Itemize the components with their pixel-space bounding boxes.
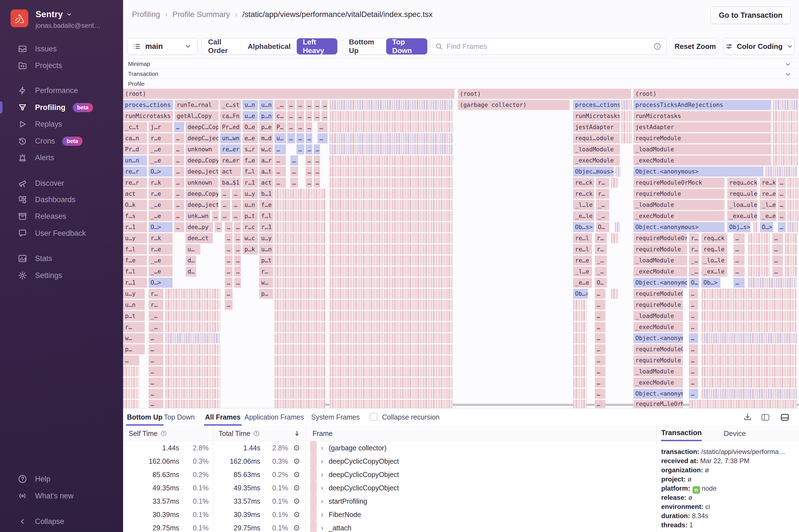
flame-frame[interactable]: … bbox=[314, 100, 320, 110]
flame-frame[interactable]: … bbox=[212, 211, 219, 221]
sidebar-item-issues[interactable]: Issues bbox=[0, 40, 123, 57]
flame-frames-dense[interactable] bbox=[615, 167, 620, 176]
flame-frame[interactable]: … bbox=[595, 389, 606, 399]
flame-frame[interactable]: … bbox=[149, 400, 163, 408]
flame-frame[interactable]: … bbox=[296, 111, 304, 121]
flame-frame[interactable]: _…e bbox=[149, 200, 172, 210]
flame-frame[interactable]: r…1 bbox=[243, 178, 258, 188]
flame-frame[interactable]: … bbox=[595, 311, 606, 321]
flame-frame[interactable]: u…y bbox=[123, 289, 145, 299]
flame-frames-dense[interactable] bbox=[330, 333, 453, 343]
flame-frame[interactable]: … bbox=[733, 233, 745, 243]
flame-frames-dense[interactable] bbox=[330, 145, 453, 154]
flame-frame[interactable]: requireModule bbox=[633, 189, 725, 199]
flame-frame[interactable]: a…t bbox=[259, 167, 273, 176]
flame-frame[interactable]: … bbox=[296, 133, 304, 143]
flame-frame[interactable]: Obj…s> bbox=[727, 222, 750, 232]
gear-icon[interactable]: ⚙ bbox=[293, 495, 300, 508]
flame-frames-dense[interactable] bbox=[275, 366, 325, 377]
tab-system-frames[interactable]: System Frames bbox=[311, 408, 360, 426]
flame-frames-dense[interactable] bbox=[621, 111, 632, 121]
chevron-right-icon[interactable]: › bbox=[321, 481, 323, 495]
flame-frame[interactable]: … bbox=[733, 267, 745, 277]
flame-frames-dense[interactable] bbox=[785, 244, 797, 254]
flame-frame[interactable]: … bbox=[595, 322, 606, 332]
flame-frame[interactable]: r… bbox=[595, 244, 607, 254]
flame-frame[interactable]: … bbox=[689, 344, 698, 354]
gear-icon[interactable]: ⚙ bbox=[293, 441, 300, 455]
flame-frames-dense[interactable] bbox=[330, 200, 453, 210]
flame-frame[interactable]: r… bbox=[123, 322, 145, 332]
section-header-minimap[interactable]: Minimap bbox=[123, 59, 799, 69]
flame-frame[interactable]: _… bbox=[149, 322, 163, 332]
flame-frame[interactable]: r… bbox=[596, 178, 609, 188]
flame-frame[interactable]: p…t bbox=[243, 211, 258, 221]
flame-frame[interactable]: … bbox=[232, 189, 241, 199]
flame-frame[interactable]: p…k bbox=[243, 244, 258, 254]
flame-frame[interactable]: requireModule bbox=[633, 300, 683, 310]
flame-frame[interactable]: … bbox=[778, 178, 786, 188]
flame-frames-dense[interactable] bbox=[748, 233, 770, 243]
flame-frames-dense[interactable] bbox=[573, 311, 587, 321]
breadcrumb-item[interactable]: Profiling bbox=[132, 10, 160, 19]
flame-frames-dense[interactable] bbox=[275, 344, 325, 354]
sidebar-item-profiling[interactable]: Profilingbeta bbox=[0, 99, 123, 116]
flame-frames-dense[interactable] bbox=[330, 378, 453, 387]
flame-frame[interactable]: … bbox=[225, 289, 233, 299]
sidebar-item-user-feedback[interactable]: User Feedback bbox=[0, 225, 123, 242]
flame-frame[interactable]: f…s bbox=[123, 211, 147, 221]
flame-frame[interactable]: ba…$1 bbox=[220, 178, 241, 188]
flame-frame[interactable]: r…e bbox=[149, 189, 172, 199]
flame-frame[interactable]: (root) bbox=[458, 89, 631, 99]
flame-frames-dense[interactable] bbox=[275, 400, 325, 408]
flame-frames-dense[interactable] bbox=[702, 389, 797, 399]
layout-left-icon[interactable] bbox=[760, 412, 770, 422]
flame-frames-dense[interactable] bbox=[330, 222, 453, 232]
flame-frame[interactable]: … bbox=[778, 189, 786, 199]
flame-frames-dense[interactable] bbox=[748, 255, 770, 265]
flame-frame[interactable]: … bbox=[772, 267, 783, 277]
flame-frame[interactable]: _…e bbox=[149, 267, 172, 277]
flame-frames-dense[interactable] bbox=[330, 255, 453, 265]
flame-frames-dense[interactable] bbox=[165, 311, 220, 321]
flame-frames-dense[interactable] bbox=[785, 233, 797, 243]
flame-frame[interactable]: … bbox=[149, 333, 163, 343]
flame-frame[interactable]: _… bbox=[595, 255, 607, 265]
flame-frame[interactable]: … bbox=[174, 178, 184, 188]
flame-frame[interactable]: … bbox=[215, 222, 222, 232]
flame-frame[interactable]: Objec…mous> bbox=[573, 167, 614, 176]
flame-frames-dense[interactable] bbox=[330, 267, 453, 277]
flame-frame[interactable]: … bbox=[275, 145, 286, 154]
flame-frame[interactable]: _lo…le bbox=[702, 255, 727, 265]
flame-frame[interactable]: _ex…le bbox=[702, 267, 727, 277]
flame-frame[interactable]: re…er bbox=[220, 145, 241, 154]
flame-frame[interactable]: … bbox=[232, 200, 241, 210]
flame-frame[interactable]: … bbox=[296, 145, 304, 154]
flame-frames-dense[interactable] bbox=[123, 378, 139, 387]
flame-frame[interactable]: Object.<anonymous> bbox=[633, 222, 725, 232]
flame-frame[interactable]: f…l bbox=[123, 244, 147, 254]
flame-frame[interactable]: _execModule bbox=[573, 155, 620, 166]
flame-frame[interactable]: f…l bbox=[123, 267, 147, 277]
thread-selector[interactable]: main bbox=[127, 38, 198, 55]
flame-frame[interactable]: ca…n bbox=[123, 133, 147, 143]
flame-frame[interactable]: … bbox=[149, 344, 163, 354]
flame-frame[interactable]: … bbox=[689, 289, 698, 299]
flame-frame[interactable]: act bbox=[259, 178, 273, 188]
flame-frame[interactable]: getAl…Copy bbox=[175, 111, 219, 121]
flame-frame[interactable]: … bbox=[689, 356, 698, 365]
flame-frame[interactable]: … bbox=[689, 311, 698, 321]
flame-frames-dense[interactable] bbox=[330, 300, 453, 310]
flame-frames-dense[interactable] bbox=[275, 311, 325, 321]
color-coding-button[interactable]: Color Coding bbox=[724, 38, 795, 55]
flame-frame[interactable]: … bbox=[305, 145, 312, 154]
flame-frame[interactable]: r… bbox=[689, 244, 699, 254]
flame-frame[interactable]: r…k bbox=[149, 178, 172, 188]
flame-frame[interactable]: u…y bbox=[243, 189, 258, 199]
flame-frame[interactable]: _execModule bbox=[633, 267, 687, 277]
flame-frame[interactable]: Ob…> bbox=[702, 278, 720, 288]
flame-frame[interactable]: … bbox=[595, 289, 606, 299]
flame-frame[interactable]: e…e bbox=[243, 133, 258, 143]
flame-frame[interactable]: … bbox=[234, 233, 241, 243]
flame-frame[interactable]: u…n bbox=[259, 244, 273, 254]
